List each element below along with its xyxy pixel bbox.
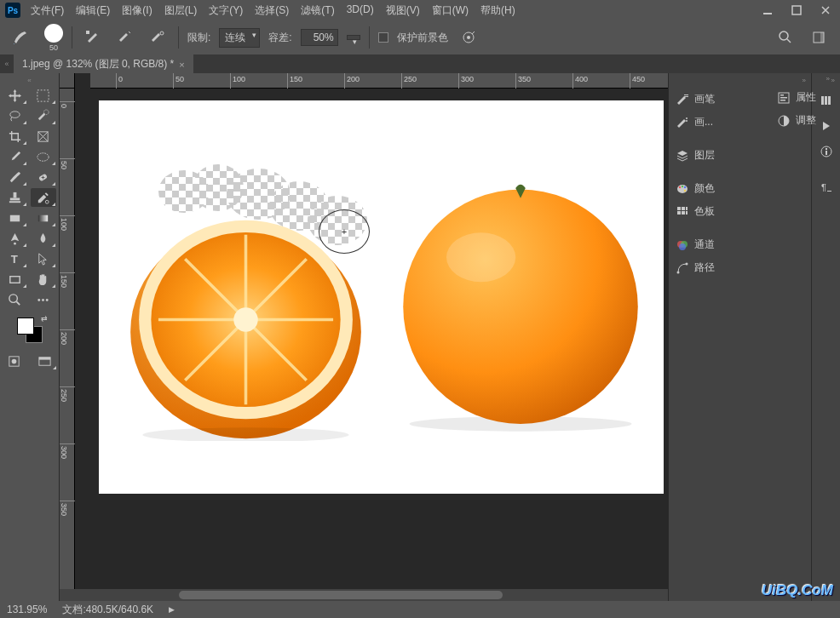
brush-behavior-1[interactable] (113, 26, 137, 49)
svg-point-44 (142, 427, 348, 441)
menu-view[interactable]: 视图(V) (386, 3, 420, 18)
move-tool[interactable] (2, 86, 27, 105)
panel-character[interactable]: ¶ (812, 175, 840, 200)
marquee-tool[interactable] (31, 86, 56, 105)
menu-filter[interactable]: 滤镜(T) (301, 3, 334, 18)
brush-panel-toggle[interactable] (81, 26, 105, 49)
zoom-tool[interactable] (2, 290, 27, 309)
menu-select[interactable]: 选择(S) (255, 3, 289, 18)
menu-edit[interactable]: 编辑(E) (76, 3, 110, 18)
brush-behavior-2[interactable] (146, 26, 170, 49)
tolerance-dropdown[interactable] (347, 35, 360, 40)
scrollbar-thumb[interactable] (179, 591, 503, 599)
tool-preset-picker[interactable] (9, 26, 32, 49)
menu-window[interactable]: 窗口(W) (432, 3, 469, 18)
pen-tool[interactable] (2, 229, 27, 248)
zoom-value[interactable]: 131.95% (7, 604, 47, 615)
document-tabbar: « 1.jpeg @ 132% (图层 0, RGB/8) * × (0, 54, 840, 73)
tab-scroll-left[interactable]: « (0, 54, 14, 73)
menu-image[interactable]: 图像(I) (122, 3, 152, 18)
panel-info[interactable] (812, 139, 840, 164)
svg-point-3 (160, 31, 164, 35)
app-logo: Ps (5, 3, 20, 18)
ruler-vertical[interactable]: 0 50 100 150 200 250 300 350 (60, 89, 75, 589)
color-swatches[interactable]: ⇄ (15, 316, 44, 345)
svg-rect-23 (9, 276, 19, 283)
document-tab[interactable]: 1.jpeg @ 132% (图层 0, RGB/8) * × (14, 54, 193, 73)
eyedropper-tool[interactable] (2, 147, 27, 166)
right-dock: » 画笔 画... 图层 颜色 色板 通道 路径 » ¶ (668, 73, 840, 601)
search-icon[interactable] (774, 26, 797, 49)
menu-file[interactable]: 文件(F) (31, 3, 64, 18)
screen-mode-tool[interactable] (32, 352, 58, 370)
panel-channels[interactable]: 通道 (669, 233, 811, 256)
panel-color[interactable]: 颜色 (669, 177, 811, 200)
svg-rect-59 (686, 207, 688, 210)
panel-paths[interactable]: 路径 (669, 256, 811, 279)
close-icon[interactable]: × (179, 60, 184, 70)
edit-toolbar[interactable] (31, 290, 56, 309)
menu-help[interactable]: 帮助(H) (480, 3, 515, 18)
svg-point-65 (679, 243, 686, 250)
svg-rect-49 (684, 96, 688, 97)
lasso-tool[interactable] (2, 106, 27, 125)
stamp-tool[interactable] (2, 188, 27, 207)
ruler-horizontal[interactable]: 0 50 100 150 200 250 300 350 400 450 (90, 73, 668, 89)
toolbox-collapse[interactable]: « (2, 77, 57, 84)
ruler-tick: 150 (287, 73, 302, 89)
blur-tool[interactable] (31, 229, 56, 248)
swap-colors-icon[interactable]: ⇄ (41, 314, 48, 323)
protect-fg-label: 保护前景色 (397, 31, 448, 45)
crop-tool[interactable] (2, 127, 27, 146)
maximize-button[interactable] (782, 0, 811, 20)
shape-tool[interactable] (2, 270, 27, 289)
frame-tool[interactable] (31, 127, 56, 146)
healing-tool[interactable] (31, 168, 56, 186)
brush-tool[interactable] (2, 168, 27, 186)
canvas-area: 0 50 100 150 200 250 300 350 400 450 0 5… (60, 73, 668, 601)
workspace-switcher[interactable] (808, 26, 831, 49)
doc-size-label: 文档: (62, 604, 85, 615)
ruler-tick: 400 (572, 73, 588, 89)
svg-point-51 (686, 120, 688, 122)
pressure-icon[interactable] (457, 26, 480, 49)
svg-rect-77 (780, 94, 784, 96)
orange-whole-image (397, 169, 644, 432)
panel-collapse[interactable]: » (770, 75, 835, 86)
panel-adjustments[interactable]: 调整 (770, 109, 835, 132)
svg-rect-0 (763, 13, 772, 14)
tolerance-input[interactable]: 50% (301, 29, 338, 46)
protect-fg-checkbox[interactable] (378, 32, 388, 43)
brush-size-value: 50 (49, 43, 58, 52)
svg-point-46 (403, 190, 638, 425)
menu-text[interactable]: 文字(Y) (209, 3, 243, 18)
panel-properties[interactable]: 属性 (770, 86, 835, 109)
ruler-tick: 0 (116, 73, 123, 89)
limit-label: 限制: (187, 31, 210, 45)
quick-select-tool[interactable] (31, 106, 56, 125)
fg-color-swatch[interactable] (17, 318, 34, 335)
gradient-tool[interactable] (31, 209, 56, 227)
ruler-tick: 100 (60, 215, 75, 231)
panel-swatches[interactable]: 色板 (669, 200, 811, 223)
menu-3d[interactable]: 3D(D) (347, 3, 374, 18)
svg-rect-58 (682, 207, 685, 210)
scrollbar-horizontal[interactable] (60, 589, 668, 601)
svg-rect-8 (820, 32, 824, 43)
minimize-button[interactable] (753, 0, 782, 20)
close-button[interactable] (811, 0, 840, 20)
brush-preview[interactable]: 50 (44, 24, 63, 52)
marquee-oval-tool[interactable] (31, 147, 56, 166)
type-tool[interactable]: T (2, 249, 27, 268)
brush-circle-icon (44, 24, 63, 43)
panel-layers[interactable]: 图层 (669, 144, 811, 167)
bg-eraser-tool[interactable] (31, 188, 56, 207)
quick-mask-tool[interactable] (2, 352, 27, 370)
rectangle-tool[interactable] (2, 209, 27, 227)
hand-tool[interactable] (31, 270, 56, 289)
limit-select[interactable]: 连续 (219, 28, 260, 48)
status-menu[interactable]: ▶ (169, 605, 175, 614)
menu-layer[interactable]: 图层(L) (164, 3, 198, 18)
path-select-tool[interactable] (31, 249, 56, 268)
canvas-viewport[interactable]: + (75, 89, 668, 589)
